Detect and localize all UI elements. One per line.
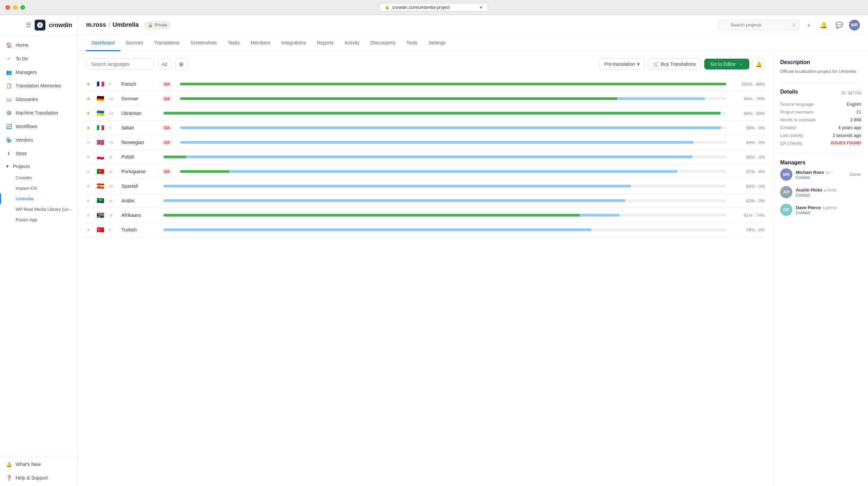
notifications-button[interactable]: 🔔 bbox=[818, 19, 829, 31]
avatar[interactable]: MR bbox=[849, 20, 860, 31]
language-row[interactable]: ★ 🇫🇷 fr French QA 100% · 99% bbox=[86, 77, 765, 92]
language-row[interactable]: ★ 🇺🇦 ua Ukrainian 99% · 99% bbox=[86, 106, 765, 121]
managers-list: MR Michael Ross m.··· Contact Owner AH A… bbox=[780, 168, 861, 216]
private-label: Private bbox=[155, 23, 167, 27]
manager-contact-link[interactable]: Contact bbox=[796, 175, 846, 180]
star-icon[interactable]: ★ bbox=[86, 183, 92, 189]
project-members-value: 11 bbox=[856, 109, 861, 115]
sidebar-item-vendors[interactable]: 🏪 Vendors bbox=[0, 133, 78, 147]
sidebar-item-glossaries[interactable]: 📖 Glossaries bbox=[0, 93, 78, 106]
manager-contact-link[interactable]: Contact bbox=[796, 193, 861, 198]
lang-name: Portuguese bbox=[121, 169, 155, 174]
sidebar-item-store[interactable]: ⬇ Store bbox=[0, 147, 78, 160]
manager-avatar: AH bbox=[780, 186, 792, 198]
sidebar-item-translation-memories[interactable]: 📋 Translation Memories bbox=[0, 79, 78, 93]
hamburger-icon[interactable]: ☰ bbox=[26, 21, 31, 29]
language-row[interactable]: ★ 🇿🇦 af Afrikaans 81% · 74% bbox=[86, 208, 765, 223]
tab-sources[interactable]: Sources bbox=[120, 35, 149, 51]
star-icon[interactable]: ★ bbox=[86, 227, 92, 232]
tab-translations[interactable]: Translations bbox=[149, 35, 185, 51]
todo-icon: ✓ bbox=[5, 55, 12, 62]
sidebar-item-home[interactable]: 🏠 Home bbox=[0, 38, 78, 52]
star-icon[interactable]: ★ bbox=[86, 154, 92, 160]
title-bar: 🔒 crowdin.com/umbrella-project ★ bbox=[0, 0, 868, 15]
sidebar-label-glossaries: Glossaries bbox=[16, 97, 38, 102]
tab-screenshots[interactable]: Screenshots bbox=[185, 35, 222, 51]
grid-view-button[interactable]: ⊞ bbox=[175, 58, 188, 70]
tab-activity[interactable]: Activity bbox=[339, 35, 365, 51]
projects-chevron-down-icon: ▼ bbox=[5, 164, 9, 169]
search-projects-input[interactable] bbox=[718, 20, 800, 30]
project-item-wp[interactable]: WP Real Media Library (un··· bbox=[0, 204, 78, 215]
search-languages-input[interactable] bbox=[86, 58, 154, 70]
buy-translations-label: Buy Translations bbox=[661, 61, 696, 67]
pre-translation-button[interactable]: Pre-translation ▾ bbox=[599, 58, 645, 70]
lang-percent: 76% · 0% bbox=[734, 227, 765, 232]
tab-discussions[interactable]: Discussions bbox=[365, 35, 401, 51]
close-button[interactable] bbox=[5, 5, 10, 10]
star-icon[interactable]: ★ bbox=[86, 198, 92, 203]
sidebar-brand: crowdin bbox=[49, 22, 72, 29]
language-row[interactable]: ★ 🇹🇷 tr Turkish 76% · 0% bbox=[86, 223, 765, 237]
url-bar[interactable]: 🔒 crowdin.com/umbrella-project ★ bbox=[380, 3, 488, 12]
language-row[interactable]: ★ 🇪🇸 es Spanish 83% · 0% bbox=[86, 179, 765, 194]
toolbar-right: Pre-translation ▾ 🛒 Buy Translations Go … bbox=[599, 58, 765, 70]
language-row[interactable]: ★ 🇵🇱 pl Polish 94% · 4% bbox=[86, 150, 765, 164]
tab-settings[interactable]: Settings bbox=[423, 35, 451, 51]
language-row[interactable]: ★ 🇮🇹 it Italian QA 99% · 0% bbox=[86, 121, 765, 135]
project-item-crowdin[interactable]: Crowdin bbox=[0, 173, 78, 183]
tab-dashboard[interactable]: Dashboard bbox=[86, 35, 120, 51]
sidebar-item-workflows[interactable]: 🔄 Workflows bbox=[0, 120, 78, 133]
manager-item: MR Michael Ross m.··· Contact Owner bbox=[780, 168, 861, 181]
project-item-impact-ios[interactable]: Impact iOS bbox=[0, 183, 78, 194]
language-row[interactable]: ★ 🇵🇹 pt Portuguese QA 91% · 9% bbox=[86, 164, 765, 179]
manager-name: Michael Ross m.··· bbox=[796, 169, 846, 175]
chat-button[interactable]: 💬 bbox=[833, 19, 845, 31]
go-to-editor-button[interactable]: Go to Editor → bbox=[704, 59, 749, 69]
star-icon[interactable]: ★ bbox=[86, 110, 92, 116]
star-icon[interactable]: ★ bbox=[86, 125, 92, 130]
sidebar-item-todo[interactable]: ✓ To Do bbox=[0, 52, 78, 65]
lang-code: no bbox=[109, 140, 117, 144]
sidebar-item-whats-new[interactable]: 🔔 What's New bbox=[0, 458, 78, 471]
sidebar-label-whats-new: What's New bbox=[16, 462, 41, 467]
language-row[interactable]: ★ 🇩🇪 de German QA 99% · 78% bbox=[86, 92, 765, 106]
progress-bar-wrap bbox=[180, 83, 727, 85]
buy-translations-button[interactable]: 🛒 Buy Translations bbox=[648, 58, 701, 70]
language-row[interactable]: ★ 🇸🇦 ar Arabic 82% · 0% bbox=[86, 194, 765, 208]
tab-tools[interactable]: Tools bbox=[401, 35, 423, 51]
add-button[interactable]: ＋ bbox=[804, 19, 814, 31]
sort-az-button[interactable]: AZ bbox=[157, 59, 172, 69]
tab-reports[interactable]: Reports bbox=[312, 35, 339, 51]
alert-settings-button[interactable]: 🔔 bbox=[753, 58, 765, 70]
progress-blue bbox=[229, 170, 677, 173]
pre-translation-label: Pre-translation bbox=[604, 61, 635, 67]
star-icon[interactable]: ★ bbox=[86, 81, 92, 87]
project-raven-label: Raven App bbox=[16, 217, 37, 222]
star-icon[interactable]: ★ bbox=[86, 169, 92, 174]
star-icon[interactable]: ★ bbox=[86, 140, 92, 145]
tab-integrations[interactable]: Integrations bbox=[276, 35, 312, 51]
tab-members[interactable]: Members bbox=[245, 35, 276, 51]
flag-icon: 🇸🇦 bbox=[96, 198, 104, 204]
sidebar-item-managers[interactable]: 👥 Managers bbox=[0, 65, 78, 79]
minimize-button[interactable] bbox=[13, 5, 18, 10]
content-area: AZ ⊞ Pre-translation ▾ 🛒 Buy Translation… bbox=[78, 51, 868, 486]
language-row[interactable]: ★ 🇳🇴 no Norwegian QA 94% · 0% bbox=[86, 135, 765, 150]
tab-tasks[interactable]: Tasks bbox=[222, 35, 245, 51]
sidebar-nav: 🏠 Home ✓ To Do 👥 Managers 📋 Translation … bbox=[0, 36, 78, 456]
project-item-umbrella[interactable]: Umbrella bbox=[0, 194, 78, 204]
project-item-raven[interactable]: Raven App bbox=[0, 215, 78, 225]
star-icon[interactable]: ★ bbox=[86, 212, 92, 218]
sidebar-item-machine-translation[interactable]: ⚙️ Machine Translation bbox=[0, 106, 78, 120]
maximize-button[interactable] bbox=[20, 5, 25, 10]
manager-name: Austin Hicks a.hicks bbox=[796, 187, 861, 193]
star-icon[interactable]: ★ bbox=[86, 96, 92, 101]
sidebar-label-workflows: Workflows bbox=[16, 124, 37, 129]
projects-section-header[interactable]: ▼ Projects bbox=[0, 160, 78, 173]
progress-bar bbox=[180, 126, 727, 129]
sidebar-item-help[interactable]: ❓ Help & Support bbox=[0, 471, 78, 485]
lang-percent: 94% · 4% bbox=[734, 155, 765, 160]
manager-contact-link[interactable]: Contact bbox=[796, 210, 861, 215]
bookmark-icon[interactable]: ★ bbox=[479, 5, 483, 10]
